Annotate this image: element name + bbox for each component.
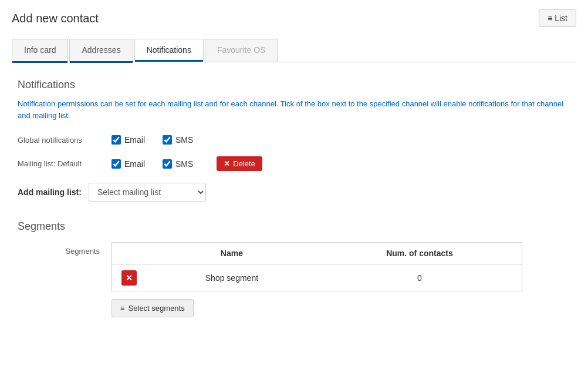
delete-mailing-button[interactable]: ✕ Delete (217, 156, 262, 171)
global-sms-group: SMS (163, 135, 193, 145)
segment-remove-cell: ✕ (112, 264, 147, 292)
segments-table: Name Num. of contacts ✕ Shop segment 0 (111, 242, 522, 292)
x-icon: ✕ (224, 159, 230, 168)
segments-content-row: Segments Name Num. of contacts ✕ Shop s (18, 242, 576, 317)
notifications-title: Notifications (18, 79, 576, 91)
segments-section: Segments Segments Name Num. of contacts … (12, 220, 576, 317)
remove-segment-button[interactable]: ✕ (121, 270, 137, 286)
global-sms-label: SMS (175, 135, 193, 145)
segments-title: Segments (18, 220, 576, 233)
mailing-sms-checkbox[interactable] (163, 159, 172, 169)
tab-bar: Info card Addresses Notifications Favour… (12, 39, 576, 62)
segments-col-contacts: Num. of contacts (317, 243, 522, 264)
segments-table-header: Name Num. of contacts (112, 243, 522, 264)
mailing-list-select[interactable]: Select mailing list (89, 183, 206, 202)
global-email-group: Email (111, 135, 145, 145)
global-email-checkbox[interactable] (111, 135, 121, 145)
mailing-default-row: Mailing list: Default Email SMS ✕ Delete (18, 156, 576, 171)
segment-name-cell: Shop segment (146, 264, 317, 292)
notifications-description: Notification permissions can be set for … (18, 98, 576, 121)
global-notifications-label: Global notifications (18, 136, 111, 145)
global-notifications-row: Global notifications Email SMS (18, 135, 576, 145)
mailing-email-group: Email (111, 159, 145, 169)
select-segments-button[interactable]: ≡ Select segments (111, 299, 194, 317)
tab-info-card[interactable]: Info card (12, 39, 68, 62)
tab-addresses[interactable]: Addresses (69, 39, 133, 62)
global-sms-checkbox[interactable] (163, 135, 172, 145)
mailing-sms-group: SMS (163, 159, 193, 169)
mailing-email-checkbox[interactable] (111, 159, 121, 169)
segment-contacts-cell: 0 (317, 264, 522, 292)
page-title: Add new contact (12, 12, 99, 25)
tab-favourite-os[interactable]: Favourite OS (205, 39, 278, 62)
mailing-email-label: Email (124, 159, 145, 169)
segments-col-name: Name (146, 243, 317, 264)
add-mailing-label: Add mailing list: (18, 187, 82, 197)
select-segments-icon: ≡ (120, 304, 125, 313)
page-header: Add new contact ≡ List (12, 9, 576, 27)
segments-table-container: Name Num. of contacts ✕ Shop segment 0 ≡ (111, 242, 522, 317)
notifications-section: Notifications Notification permissions c… (12, 79, 576, 202)
tab-notifications[interactable]: Notifications (134, 39, 204, 62)
global-email-label: Email (124, 135, 145, 145)
segments-col-action (112, 243, 147, 264)
select-segments-label: Select segments (129, 304, 185, 313)
mailing-default-label: Mailing list: Default (18, 159, 111, 168)
add-mailing-row: Add mailing list: Select mailing list (18, 183, 576, 202)
table-row: ✕ Shop segment 0 (112, 264, 522, 292)
list-button[interactable]: ≡ List (539, 9, 576, 27)
mailing-sms-label: SMS (175, 159, 193, 169)
segments-label: Segments (18, 242, 100, 256)
